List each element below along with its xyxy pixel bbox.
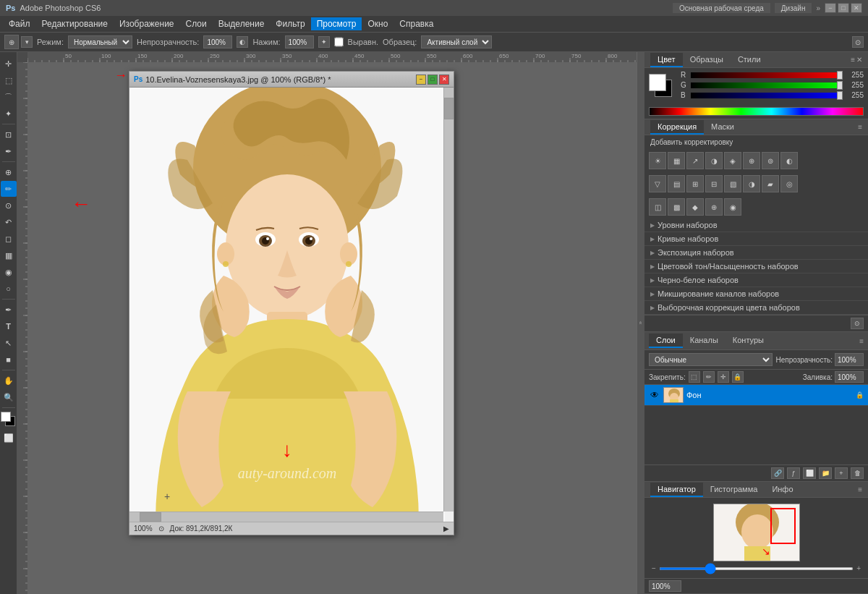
tool-clone-btn[interactable]: ⊙ (1, 198, 17, 213)
color-panel-menu[interactable]: ≡ (851, 56, 855, 64)
corr-bw-icon[interactable]: ◐ (780, 152, 798, 169)
layers-fill-input[interactable] (835, 371, 864, 383)
correction-panel-menu[interactable]: ≡ (858, 123, 862, 131)
corr-extra-5[interactable]: ◉ (724, 198, 741, 216)
r-slider[interactable] (691, 72, 843, 78)
corr-posterize-icon[interactable]: ▧ (724, 175, 741, 192)
tool-hand-btn[interactable]: ✋ (1, 373, 17, 389)
doc-close-btn[interactable]: ✕ (439, 75, 449, 85)
tool-gradient-btn[interactable]: ▦ (1, 247, 17, 263)
menu-item-файл[interactable]: Файл (3, 17, 36, 30)
nav-zoom-in-icon[interactable]: + (856, 564, 861, 572)
tool-history-btn[interactable]: ↶ (1, 214, 17, 230)
corr-extra-2[interactable]: ▩ (668, 198, 685, 216)
tool-healing-btn[interactable]: ⊕ (1, 164, 17, 180)
tool-pen-btn[interactable]: ✒ (1, 302, 17, 318)
sample-select[interactable]: Активный слой (421, 35, 492, 48)
corr-extra-1[interactable]: ◫ (649, 198, 666, 216)
corr-extra-4[interactable]: ⊕ (705, 198, 723, 216)
tab-masks[interactable]: Маски (704, 120, 741, 135)
menu-item-выделение[interactable]: Выделение (213, 17, 271, 30)
document-canvas-container[interactable]: auty-around.com ↓ + (129, 88, 454, 522)
correction-list-item-4[interactable]: ▶Черно-белое наборов (644, 273, 868, 287)
tab-paths[interactable]: Контуры (726, 334, 771, 348)
tab-navigator[interactable]: Навигатор (650, 483, 703, 497)
correction-list-item-2[interactable]: ▶Экспозиция наборов (644, 246, 868, 260)
corr-curves-icon[interactable]: ↗ (686, 152, 704, 169)
corr-hsl-icon[interactable]: ⊕ (743, 152, 760, 169)
tool-brush-btn[interactable]: ✏ (1, 181, 17, 197)
design-button[interactable]: Дизайн (775, 3, 812, 13)
tool-eraser-btn[interactable]: ◻ (1, 231, 17, 247)
lock-position-btn[interactable]: ✛ (718, 371, 729, 383)
tool-option-arrow[interactable]: ▾ (21, 36, 33, 48)
tab-channels[interactable]: Каналы (683, 334, 726, 348)
menu-item-изображение[interactable]: Изображение (114, 17, 180, 30)
nav-view-rect[interactable] (770, 508, 796, 544)
doc-minimize-btn[interactable]: − (416, 75, 426, 85)
tab-swatches[interactable]: Образцы (683, 53, 731, 67)
layers-style-btn[interactable]: ƒ (787, 467, 800, 479)
doc-maximize-btn[interactable]: □ (427, 75, 438, 85)
minimize-button[interactable]: − (825, 3, 836, 13)
layers-delete-btn[interactable]: 🗑 (851, 467, 864, 479)
scrollbar-h-thumb[interactable] (140, 512, 161, 522)
correction-list-item-3[interactable]: ▶Цветовой тон/Насыщенность наборов (644, 260, 868, 273)
corr-extra-3[interactable]: ◆ (686, 198, 704, 216)
panels-collapse-btn[interactable]: « (637, 52, 644, 594)
correction-list-item-5[interactable]: ▶Микширование каналов наборов (644, 287, 868, 301)
tool-eyedropper-btn[interactable]: ✒ (1, 143, 17, 159)
tab-layers[interactable]: Слои (649, 334, 683, 348)
color-fg-bg-swatches[interactable] (649, 74, 675, 100)
opacity-value[interactable]: 100% (203, 35, 232, 48)
corr-photofilter-icon[interactable]: ▽ (649, 175, 666, 192)
align-checkbox[interactable] (334, 35, 344, 48)
corr-gradient-map-icon[interactable]: ▰ (762, 175, 779, 192)
menu-item-просмотр[interactable]: Просмотр (311, 17, 362, 30)
menu-item-слои[interactable]: Слои (180, 17, 213, 30)
tab-color[interactable]: Цвет (650, 53, 683, 67)
maximize-button[interactable]: □ (838, 3, 849, 13)
pressure-value[interactable]: 100% (285, 35, 314, 48)
nav-zoom-out-icon[interactable]: − (652, 564, 656, 572)
lock-image-btn[interactable]: ✏ (703, 371, 715, 383)
menu-item-окно[interactable]: Окно (362, 17, 393, 30)
tab-styles[interactable]: Стили (731, 53, 768, 67)
correction-list-item-1[interactable]: ▶Кривые наборов (644, 232, 868, 246)
corr-colorbalance-icon[interactable]: ⊚ (762, 152, 779, 169)
nav-zoom-input[interactable] (649, 580, 681, 592)
tab-histogram[interactable]: Гистограмма (703, 483, 765, 497)
tool-type-btn[interactable]: T (1, 318, 17, 334)
pressure-icon[interactable]: ✦ (318, 36, 330, 48)
navigator-panel-menu[interactable]: ≡ (858, 485, 862, 493)
close-button[interactable]: ✕ (851, 3, 862, 13)
layers-group-btn[interactable]: 📁 (819, 467, 832, 479)
corr-levels-icon[interactable]: ▦ (668, 152, 685, 169)
g-slider[interactable] (691, 82, 843, 88)
tool-move-btn[interactable]: ✛ (1, 56, 17, 72)
sample-icon[interactable]: ⊙ (852, 36, 864, 48)
menu-item-редактирование[interactable]: Редактирование (36, 17, 114, 30)
corr-colorlookup-icon[interactable]: ⊞ (686, 175, 704, 192)
layers-link-btn[interactable]: 🔗 (771, 467, 784, 479)
nav-zoom-slider[interactable] (659, 567, 854, 570)
tool-quickmask-btn[interactable]: ⬜ (1, 430, 17, 446)
corr-selective-color-icon[interactable]: ◎ (780, 175, 798, 192)
fg-swatch[interactable] (649, 74, 666, 91)
tool-path-select-btn[interactable]: ↖ (1, 335, 17, 351)
color-panel-close[interactable]: ✕ (856, 56, 862, 64)
mode-select[interactable]: Нормальный (68, 35, 132, 48)
lock-transparent-btn[interactable]: ⬚ (689, 371, 700, 383)
tool-lasso-btn[interactable]: ⌒ (1, 89, 17, 105)
corr-threshold-icon[interactable]: ◑ (743, 175, 760, 192)
workspace-button[interactable]: Основная рабочая среда (673, 3, 770, 13)
doc-scrollbar-h[interactable] (129, 512, 443, 522)
layers-panel-menu[interactable]: ≡ (859, 337, 864, 345)
canvas-area[interactable]: → ← Ps 10.Evelina-Voznesenskaya3.jpg @ 1… (27, 62, 637, 594)
layers-blending-mode[interactable]: Обычные (649, 353, 773, 366)
corr-bottom-btn[interactable]: ⊙ (851, 318, 864, 329)
layers-mask-btn[interactable]: ⬜ (803, 467, 816, 479)
color-spectrum-bar[interactable] (649, 107, 864, 116)
lock-all-btn[interactable]: 🔒 (732, 371, 744, 383)
tab-correction[interactable]: Коррекция (650, 120, 704, 135)
